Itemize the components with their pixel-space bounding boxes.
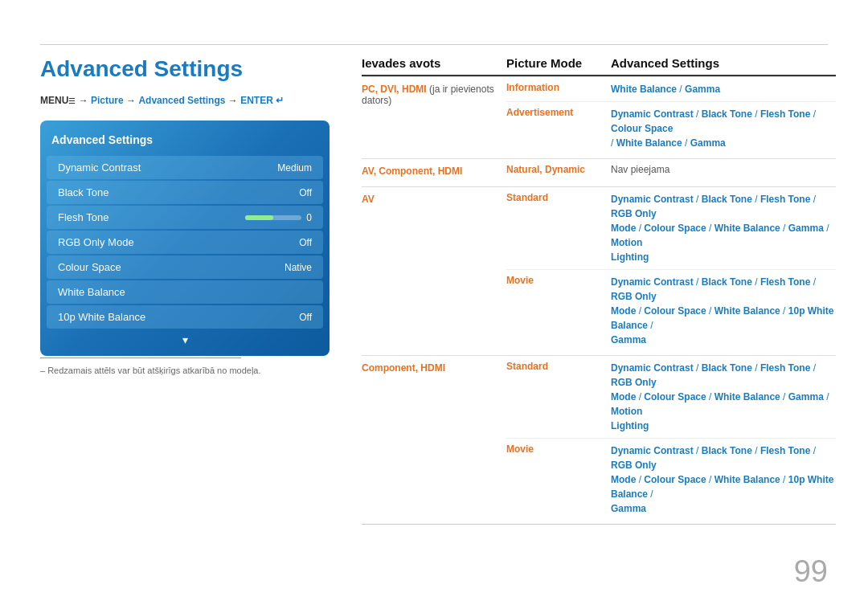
modes-av: Standard Dynamic Contrast / Black Tone /… (506, 187, 836, 352)
white-balance-label: White Balance (58, 286, 125, 298)
group-component-hdmi: Component, HDMI Standard Dynamic Contras… (362, 355, 836, 525)
footnote-divider (40, 358, 241, 358)
settings-comp-standard: Dynamic Contrast / Black Tone / Flesh To… (611, 361, 836, 433)
white-balance-item[interactable]: White Balance (47, 280, 323, 304)
10p-white-balance-item[interactable]: 10p White Balance Off (47, 305, 323, 329)
rgb-only-mode-value: Off (299, 237, 312, 248)
black-tone-label: Black Tone (58, 186, 108, 198)
picture-mode-av-standard: Standard (506, 192, 611, 264)
black-tone-item[interactable]: Black Tone Off (47, 181, 323, 204)
menu-label: MENU☰ (40, 95, 76, 106)
footnote: – Redzamais attēls var būt atšķirīgs atk… (40, 366, 261, 375)
group-pc-dvi-hdmi: PC, DVI, HDMI (ja ir pievienots dators) … (362, 76, 836, 158)
dynamic-contrast-label: Dynamic Contrast (58, 161, 141, 174)
header-input-source: Ievades avots (362, 56, 506, 70)
mode-information: Information White Balance / Gamma (506, 77, 836, 102)
scroll-down-indicator: ▾ (40, 330, 330, 348)
top-divider (40, 44, 828, 45)
breadcrumb: MENU☰ → Picture → Advanced Settings → EN… (40, 95, 330, 106)
settings-information: White Balance / Gamma (611, 82, 836, 96)
input-component-hdmi: Component, HDMI (362, 356, 506, 380)
left-panel: Advanced Settings MENU☰ → Picture → Adva… (40, 56, 330, 356)
settings-panel: Advanced Settings Dynamic Contrast Mediu… (40, 121, 330, 356)
modes-component-hdmi: Standard Dynamic Contrast / Black Tone /… (506, 356, 836, 521)
picture-mode-natural-dynamic: Natural, Dynamic (506, 164, 611, 175)
dynamic-contrast-value: Medium (277, 162, 312, 174)
mode-comp-movie: Movie Dynamic Contrast / Black Tone / Fl… (506, 439, 836, 521)
input-pc-dvi-hdmi: PC, DVI, HDMI (ja ir pievienots dators) (362, 77, 506, 112)
input-av: AV (362, 187, 506, 211)
mode-av-standard: Standard Dynamic Contrast / Black Tone /… (506, 187, 836, 270)
group-row-component-hdmi: Component, HDMI Standard Dynamic Contras… (362, 356, 836, 521)
picture-mode-comp-movie: Movie (506, 443, 611, 516)
group-av-component-hdmi: AV, Component, HDMI Natural, Dynamic Nav… (362, 158, 836, 186)
mode-advertisement: Advertisement Dynamic Contrast / Black T… (506, 102, 836, 155)
group-row-pc: PC, DVI, HDMI (ja ir pievienots dators) … (362, 77, 836, 155)
flesh-tone-slider[interactable] (245, 215, 301, 220)
settings-box-title: Advanced Settings (40, 129, 330, 154)
header-picture-mode: Picture Mode (506, 56, 611, 70)
picture-mode-information: Information (506, 82, 611, 96)
table-header: Ievades avots Picture Mode Advanced Sett… (362, 56, 836, 76)
right-panel: Ievades avots Picture Mode Advanced Sett… (362, 56, 836, 525)
flesh-tone-label: Flesh Tone (58, 211, 108, 223)
modes-pc: Information White Balance / Gamma Advert… (506, 77, 836, 155)
page-title: Advanced Settings (40, 56, 330, 82)
settings-av-movie: Dynamic Contrast / Black Tone / Flesh To… (611, 275, 836, 347)
flesh-tone-item[interactable]: Flesh Tone 0 (47, 206, 323, 229)
page-number: 99 (794, 554, 828, 589)
picture-mode-av-movie: Movie (506, 275, 611, 347)
header-advanced-settings: Advanced Settings (611, 56, 836, 70)
group-av: AV Standard Dynamic Contrast / Black Ton… (362, 186, 836, 355)
dynamic-contrast-item[interactable]: Dynamic Contrast Medium (47, 156, 323, 179)
group-row-av-comp: AV, Component, HDMI Natural, Dynamic Nav… (362, 159, 836, 183)
modes-av-comp: Natural, Dynamic Nav pieejama (506, 159, 836, 180)
rgb-only-mode-label: RGB Only Mode (58, 236, 134, 248)
settings-comp-movie: Dynamic Contrast / Black Tone / Flesh To… (611, 443, 836, 516)
mode-natural-dynamic: Natural, Dynamic Nav pieejama (506, 159, 836, 180)
breadcrumb-advanced: Advanced Settings (138, 95, 225, 106)
rgb-only-mode-item[interactable]: RGB Only Mode Off (47, 231, 323, 254)
colour-space-value: Native (285, 262, 312, 273)
mode-comp-standard: Standard Dynamic Contrast / Black Tone /… (506, 356, 836, 439)
picture-mode-advertisement: Advertisement (506, 107, 611, 150)
mode-av-movie: Movie Dynamic Contrast / Black Tone / Fl… (506, 270, 836, 352)
black-tone-value: Off (299, 187, 312, 198)
10p-white-balance-label: 10p White Balance (58, 311, 145, 323)
group-row-av: AV Standard Dynamic Contrast / Black Ton… (362, 187, 836, 352)
10p-white-balance-value: Off (299, 312, 312, 323)
colour-space-item[interactable]: Colour Space Native (47, 255, 323, 279)
flesh-tone-slider-container: 0 (245, 212, 312, 223)
breadcrumb-enter: ENTER ↵ (240, 95, 284, 106)
slider-fill (245, 215, 273, 220)
colour-space-label: Colour Space (58, 261, 121, 273)
settings-natural-dynamic: Nav pieejama (611, 164, 836, 175)
flesh-tone-value: 0 (306, 212, 312, 223)
settings-av-standard: Dynamic Contrast / Black Tone / Flesh To… (611, 192, 836, 264)
picture-mode-comp-standard: Standard (506, 361, 611, 433)
settings-advertisement: Dynamic Contrast / Black Tone / Flesh To… (611, 107, 836, 150)
input-av-component-hdmi: AV, Component, HDMI (362, 159, 506, 183)
breadcrumb-picture: Picture (91, 95, 124, 106)
